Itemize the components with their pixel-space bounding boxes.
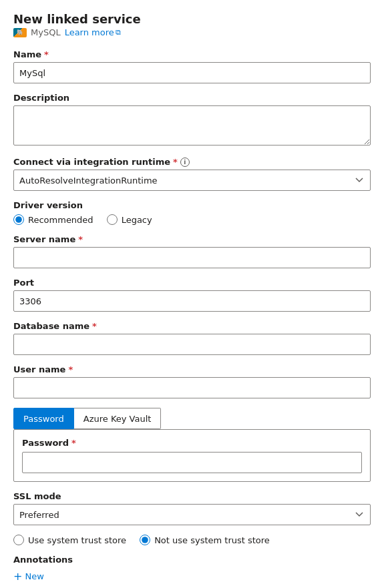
user-name-field-group: User name * — [13, 364, 371, 398]
database-name-input[interactable] — [13, 334, 371, 355]
port-field-group: Port — [13, 278, 371, 312]
system-trust-row: Use system trust store Not use system tr… — [13, 535, 371, 545]
radio-not-use-trust-input[interactable] — [140, 535, 150, 545]
radio-use-trust-store[interactable]: Use system trust store — [13, 535, 126, 545]
password-section: Password * — [13, 429, 371, 482]
user-name-input[interactable] — [13, 377, 371, 398]
radio-recommended-input[interactable] — [13, 214, 24, 225]
description-input[interactable] — [13, 105, 371, 145]
port-input[interactable] — [13, 290, 371, 312]
radio-use-trust-label: Use system trust store — [28, 535, 126, 545]
driver-version-radio-group: Recommended Legacy — [13, 214, 371, 225]
azure-key-vault-tab-button[interactable]: Azure Key Vault — [74, 408, 162, 429]
learn-more-link[interactable]: Learn more ⧉ — [65, 27, 121, 37]
user-name-label: User name * — [13, 364, 371, 374]
connect-info-icon[interactable]: i — [180, 158, 190, 167]
connect-runtime-select[interactable]: AutoResolveIntegrationRuntime — [13, 170, 371, 191]
description-field-group: Description — [13, 93, 371, 148]
server-name-label: Server name * — [13, 234, 371, 244]
server-name-field-group: Server name * — [13, 234, 371, 268]
description-label: Description — [13, 93, 371, 103]
ssl-mode-select[interactable]: Preferred Required Disabled — [13, 504, 371, 525]
external-link-icon: ⧉ — [116, 28, 121, 37]
password-input[interactable] — [22, 452, 362, 473]
mysql-icon: 🐘 — [13, 28, 27, 37]
radio-legacy-label: Legacy — [122, 215, 152, 225]
radio-legacy-input[interactable] — [107, 214, 118, 225]
connect-runtime-label: Connect via integration runtime * i — [13, 157, 371, 167]
server-name-input[interactable] — [13, 247, 371, 268]
auth-tab-row: Password Azure Key Vault — [13, 408, 371, 429]
ssl-mode-label: SSL mode — [13, 491, 371, 501]
radio-legacy[interactable]: Legacy — [107, 214, 152, 225]
name-input[interactable] — [13, 62, 371, 83]
driver-version-section: Driver version Recommended Legacy — [13, 200, 371, 225]
radio-recommended[interactable]: Recommended — [13, 214, 93, 225]
name-field-group: Name * — [13, 49, 371, 83]
connect-runtime-field-group: Connect via integration runtime * i Auto… — [13, 157, 371, 191]
radio-not-use-trust-label: Not use system trust store — [154, 535, 270, 545]
connect-required: * — [173, 157, 178, 167]
ssl-mode-field-group: SSL mode Preferred Required Disabled — [13, 491, 371, 525]
password-tab-button[interactable]: Password — [13, 408, 74, 429]
page-title: New linked service — [13, 12, 371, 26]
password-label: Password * — [22, 438, 362, 448]
port-label: Port — [13, 278, 371, 288]
new-button-label: New — [25, 571, 43, 581]
annotations-label: Annotations — [13, 555, 371, 565]
subtitle-text: MySQL — [31, 27, 61, 37]
server-required: * — [78, 234, 83, 244]
annotations-section: Annotations + New — [13, 555, 371, 583]
name-label: Name * — [13, 49, 371, 59]
radio-recommended-label: Recommended — [28, 215, 93, 225]
driver-version-label: Driver version — [13, 200, 371, 210]
database-name-field-group: Database name * — [13, 321, 371, 355]
radio-use-trust-input[interactable] — [13, 535, 24, 545]
new-annotation-button[interactable]: + New — [13, 570, 44, 583]
plus-icon: + — [13, 570, 22, 583]
username-required: * — [68, 364, 73, 374]
radio-not-use-trust-store[interactable]: Not use system trust store — [140, 535, 270, 545]
name-required: * — [44, 49, 49, 59]
database-name-label: Database name * — [13, 321, 371, 331]
database-required: * — [92, 321, 97, 331]
password-required: * — [71, 438, 76, 448]
